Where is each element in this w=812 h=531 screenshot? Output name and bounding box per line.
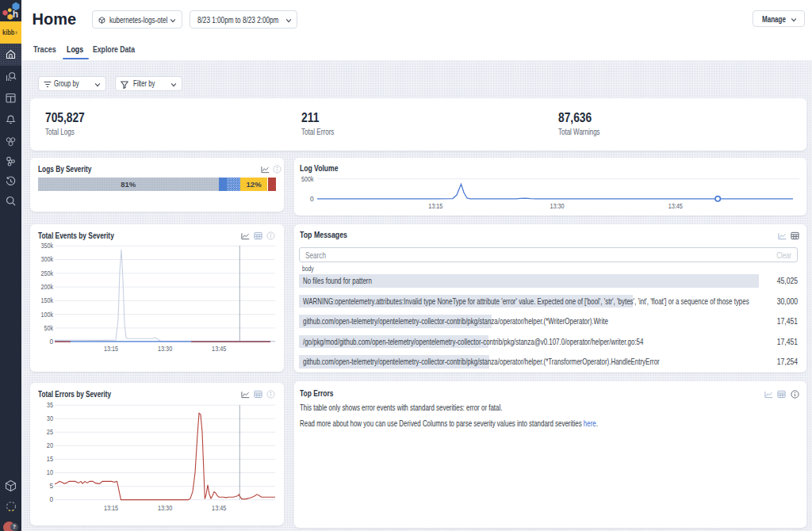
svg-text:200k: 200k bbox=[41, 283, 54, 291]
svg-text:10: 10 bbox=[47, 468, 54, 476]
svg-text:5: 5 bbox=[49, 482, 53, 490]
svg-text:300k: 300k bbox=[41, 255, 54, 263]
svg-text:13:15: 13:15 bbox=[104, 345, 119, 353]
svg-text:13:45: 13:45 bbox=[212, 503, 227, 511]
svg-text:13:15: 13:15 bbox=[428, 202, 443, 210]
svg-text:0: 0 bbox=[310, 195, 314, 203]
svg-text:13:30: 13:30 bbox=[158, 503, 173, 511]
svg-text:0: 0 bbox=[49, 495, 53, 503]
svg-text:20: 20 bbox=[47, 441, 54, 449]
svg-text:350k: 350k bbox=[41, 242, 54, 250]
svg-text:500k: 500k bbox=[301, 175, 314, 183]
svg-text:35: 35 bbox=[47, 401, 54, 409]
svg-text:13:45: 13:45 bbox=[668, 202, 684, 210]
svg-text:150k: 150k bbox=[41, 296, 54, 304]
svg-text:h: h bbox=[13, 9, 18, 20]
svg-text:0: 0 bbox=[49, 338, 53, 346]
svg-text:13:30: 13:30 bbox=[158, 345, 173, 353]
svg-text:13:15: 13:15 bbox=[104, 503, 119, 511]
svg-text:50k: 50k bbox=[44, 324, 54, 332]
svg-text:100k: 100k bbox=[41, 311, 54, 319]
svg-text:13:30: 13:30 bbox=[550, 202, 565, 210]
svg-text:30: 30 bbox=[47, 414, 54, 422]
svg-text:13:45: 13:45 bbox=[212, 345, 227, 353]
svg-text:25: 25 bbox=[47, 428, 54, 436]
svg-text:250k: 250k bbox=[41, 269, 54, 277]
svg-text:15: 15 bbox=[47, 455, 54, 463]
